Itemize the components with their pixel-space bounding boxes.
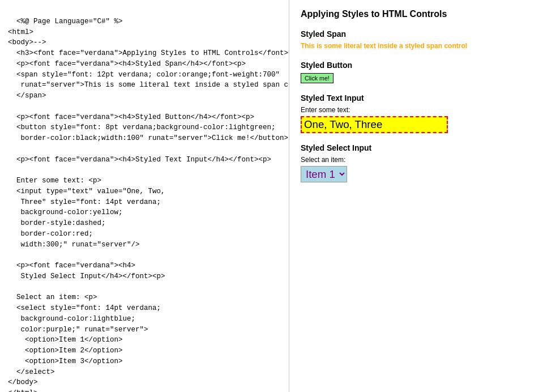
code-text: <%@ Page Language="C#" %> <html> <body>-… bbox=[8, 18, 289, 392]
styled-span-section: Styled Span This is some literal text in… bbox=[301, 29, 532, 50]
styled-span-title: Styled Span bbox=[301, 29, 532, 39]
styled-text-input-title: Styled Text Input bbox=[301, 93, 532, 103]
select-input[interactable]: Item 1 Item 2 Item 3 bbox=[301, 166, 347, 182]
input-label: Enter some text: bbox=[301, 106, 532, 114]
select-label: Select an item: bbox=[301, 156, 532, 164]
styled-span-text: This is some literal text inside a style… bbox=[301, 42, 467, 50]
code-panel: <%@ Page Language="C#" %> <html> <body>-… bbox=[0, 0, 289, 392]
main-heading: Applying Styles to HTML Controls bbox=[301, 9, 532, 19]
text-input-field[interactable] bbox=[301, 116, 448, 133]
styled-select-section: Styled Select Input Select an item: Item… bbox=[301, 143, 532, 182]
styled-select-title: Styled Select Input bbox=[301, 143, 532, 152]
click-me-button[interactable]: Click me! bbox=[301, 73, 334, 83]
main-heading-block: Applying Styles to HTML Controls bbox=[301, 9, 532, 19]
styled-button-section: Styled Button Click me! bbox=[301, 61, 532, 83]
rendered-output-panel: Applying Styles to HTML Controls Styled … bbox=[289, 0, 543, 392]
styled-button-title: Styled Button bbox=[301, 61, 532, 70]
styled-text-input-section: Styled Text Input Enter some text: bbox=[301, 93, 532, 133]
